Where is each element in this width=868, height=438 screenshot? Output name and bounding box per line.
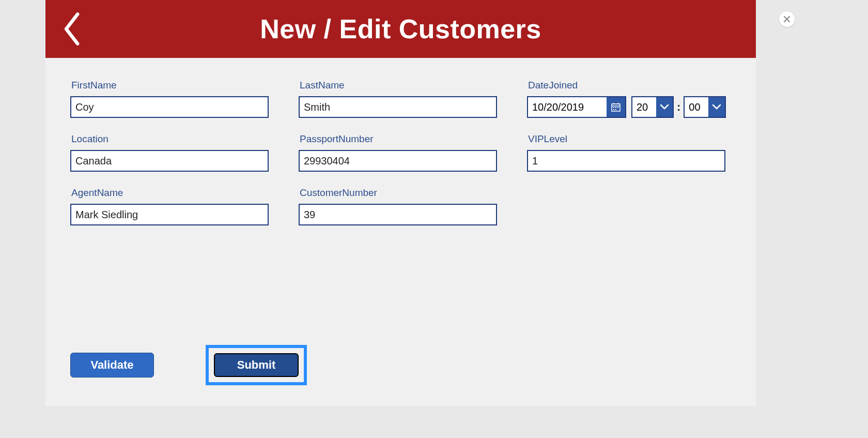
datejoined-label: DateJoined bbox=[528, 80, 725, 91]
minute-input[interactable] bbox=[685, 97, 708, 117]
validate-button[interactable]: Validate bbox=[70, 353, 154, 377]
firstname-label: FirstName bbox=[71, 80, 269, 91]
passportnumber-input[interactable] bbox=[299, 150, 497, 172]
location-input[interactable] bbox=[70, 150, 269, 172]
form-fields-grid: FirstName LastName DateJoined bbox=[45, 58, 756, 225]
date-picker-box bbox=[527, 96, 626, 118]
agentname-label: AgentName bbox=[71, 187, 269, 199]
location-label: Location bbox=[71, 133, 269, 145]
firstname-input[interactable] bbox=[70, 96, 269, 118]
date-input[interactable] bbox=[528, 97, 607, 117]
hour-input[interactable] bbox=[632, 97, 656, 117]
submit-highlight: Submit bbox=[206, 345, 307, 385]
field-customernumber: CustomerNumber bbox=[299, 187, 497, 225]
field-passportnumber: PassportNumber bbox=[299, 133, 497, 172]
viplevel-input[interactable] bbox=[527, 150, 725, 172]
svg-rect-7 bbox=[613, 109, 614, 110]
form-header: New / Edit Customers bbox=[45, 0, 756, 58]
close-icon bbox=[783, 16, 791, 23]
form-buttons: Validate Submit bbox=[70, 345, 307, 385]
chevron-down-icon bbox=[712, 104, 721, 110]
hour-dropdown-button[interactable] bbox=[656, 97, 673, 117]
viplevel-label: VIPLevel bbox=[528, 133, 725, 145]
svg-rect-5 bbox=[615, 107, 616, 108]
lastname-input[interactable] bbox=[299, 96, 497, 118]
field-datejoined: DateJoined bbox=[527, 80, 725, 118]
minute-select-box bbox=[684, 96, 726, 118]
chevron-left-icon bbox=[63, 12, 80, 46]
close-button[interactable] bbox=[779, 11, 795, 27]
field-agentname: AgentName bbox=[70, 187, 269, 225]
calendar-button[interactable] bbox=[607, 97, 625, 117]
chevron-down-icon bbox=[660, 104, 669, 110]
minute-dropdown-button[interactable] bbox=[708, 97, 725, 117]
agentname-input[interactable] bbox=[70, 204, 269, 225]
datejoined-controls: : bbox=[527, 96, 725, 118]
passportnumber-label: PassportNumber bbox=[300, 133, 497, 145]
field-lastname: LastName bbox=[299, 80, 497, 118]
svg-rect-6 bbox=[617, 107, 618, 108]
hour-select-box bbox=[631, 96, 674, 118]
field-location: Location bbox=[70, 133, 269, 172]
submit-button[interactable]: Submit bbox=[214, 353, 299, 377]
svg-rect-8 bbox=[615, 109, 616, 110]
time-separator: : bbox=[677, 100, 680, 114]
field-viplevel: VIPLevel bbox=[527, 133, 725, 172]
svg-rect-4 bbox=[613, 107, 614, 108]
back-button[interactable] bbox=[61, 11, 82, 47]
customernumber-label: CustomerNumber bbox=[300, 187, 497, 199]
form-title: New / Edit Customers bbox=[45, 13, 756, 44]
customernumber-input[interactable] bbox=[299, 204, 497, 225]
field-firstname: FirstName bbox=[70, 80, 269, 118]
calendar-icon bbox=[611, 102, 621, 112]
empty-cell bbox=[527, 187, 725, 225]
lastname-label: LastName bbox=[300, 80, 497, 91]
customer-form-panel: New / Edit Customers FirstName LastName … bbox=[45, 0, 756, 406]
